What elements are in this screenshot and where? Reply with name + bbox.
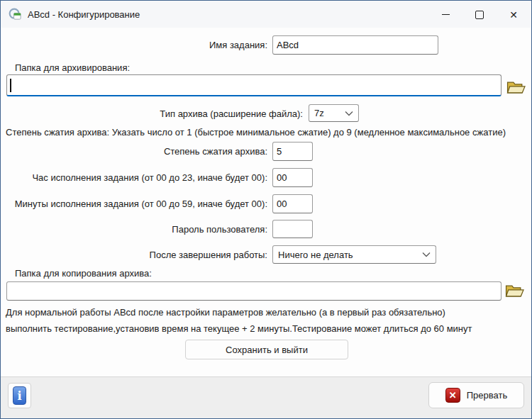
after-work-label: После завершения работы: bbox=[150, 250, 267, 261]
open-folder-icon bbox=[506, 79, 526, 96]
app-icon bbox=[9, 8, 22, 21]
window-title: ABcd - Конфигурирование bbox=[28, 9, 140, 20]
info-icon: i bbox=[13, 386, 26, 405]
archive-type-value: 7z bbox=[314, 108, 324, 118]
archive-folder-label: Папка для архивирования: bbox=[15, 62, 130, 74]
text-caret bbox=[10, 79, 11, 92]
window-controls: ✕ bbox=[428, 1, 531, 28]
hour-label: Час исполнения задания (от 00 до 23, ина… bbox=[32, 172, 267, 184]
browse-archive-folder-button[interactable] bbox=[506, 79, 526, 96]
chevron-down-icon bbox=[345, 111, 353, 116]
save-and-exit-button[interactable]: Сохранить и выйти bbox=[185, 340, 348, 359]
config-window: ABcd - Конфигурирование ✕ Имя задания: П… bbox=[0, 0, 532, 419]
password-label: Пароль пользователя: bbox=[172, 224, 267, 235]
task-name-label: Имя задания: bbox=[209, 40, 267, 51]
after-work-value: Ничего не делать bbox=[278, 250, 353, 260]
archive-type-select[interactable]: 7z bbox=[309, 104, 359, 122]
task-name-input[interactable] bbox=[272, 35, 438, 55]
minutes-input[interactable] bbox=[272, 194, 313, 213]
copy-folder-input[interactable] bbox=[6, 281, 501, 301]
instruction-line-2: выполнить тестирование,установив время н… bbox=[6, 323, 472, 335]
browse-copy-folder-button[interactable] bbox=[504, 283, 524, 300]
maximize-button[interactable] bbox=[462, 1, 497, 28]
chevron-down-icon bbox=[422, 252, 431, 257]
hour-input[interactable] bbox=[272, 168, 313, 187]
copy-folder-label: Папка для копирования архива: bbox=[15, 268, 152, 279]
archive-type-label: Тип архива (расширение файла): bbox=[160, 108, 303, 120]
instruction-line-1: Для нормальной работы ABcd после настрой… bbox=[6, 306, 445, 318]
compression-label: Степень сжатия архива: bbox=[164, 146, 267, 157]
minimize-button[interactable] bbox=[428, 1, 462, 28]
after-work-select[interactable]: Ничего не делать bbox=[272, 245, 436, 264]
archive-folder-input[interactable] bbox=[6, 74, 501, 96]
open-folder-icon bbox=[505, 283, 524, 299]
compression-hint: Степень сжатия архива: Указать число от … bbox=[6, 126, 506, 138]
abort-button[interactable]: ✕ Прервать bbox=[428, 382, 524, 408]
close-button[interactable]: ✕ bbox=[497, 1, 531, 28]
titlebar: ABcd - Конфигурирование ✕ bbox=[1, 1, 531, 28]
close-icon: ✕ bbox=[509, 10, 518, 20]
minimize-icon bbox=[442, 14, 450, 15]
info-button[interactable]: i bbox=[8, 383, 31, 408]
compression-input[interactable] bbox=[272, 142, 313, 161]
maximize-icon bbox=[475, 11, 484, 19]
abort-button-label: Прервать bbox=[467, 390, 507, 401]
password-input[interactable] bbox=[272, 220, 313, 238]
minutes-label: Минуты исполнения задания (от 00 до 59, … bbox=[15, 199, 267, 210]
red-x-icon: ✕ bbox=[445, 388, 460, 403]
